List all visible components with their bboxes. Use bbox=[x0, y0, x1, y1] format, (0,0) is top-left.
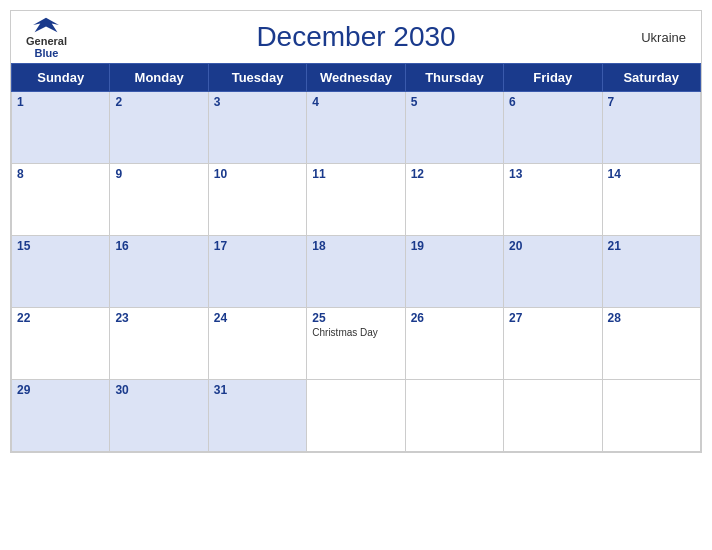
logo-blue: Blue bbox=[35, 47, 59, 59]
col-thursday: Thursday bbox=[405, 64, 503, 92]
calendar-day-cell bbox=[405, 380, 503, 452]
calendar-day-cell: 18 bbox=[307, 236, 405, 308]
day-number: 22 bbox=[17, 311, 104, 325]
day-number: 11 bbox=[312, 167, 399, 181]
day-number: 16 bbox=[115, 239, 202, 253]
day-number: 8 bbox=[17, 167, 104, 181]
calendar-week-row: 293031 bbox=[12, 380, 701, 452]
day-number: 26 bbox=[411, 311, 498, 325]
day-number: 20 bbox=[509, 239, 596, 253]
calendar-day-cell: 12 bbox=[405, 164, 503, 236]
calendar-week-row: 15161718192021 bbox=[12, 236, 701, 308]
calendar-day-cell bbox=[504, 380, 602, 452]
calendar-container: General Blue December 2030 Ukraine Sunda… bbox=[10, 10, 702, 453]
day-number: 2 bbox=[115, 95, 202, 109]
calendar-grid: Sunday Monday Tuesday Wednesday Thursday… bbox=[11, 63, 701, 452]
day-number: 3 bbox=[214, 95, 301, 109]
calendar-day-cell: 21 bbox=[602, 236, 700, 308]
calendar-body: 1234567891011121314151617181920212223242… bbox=[12, 92, 701, 452]
weekday-header-row: Sunday Monday Tuesday Wednesday Thursday… bbox=[12, 64, 701, 92]
calendar-week-row: 1234567 bbox=[12, 92, 701, 164]
calendar-day-cell: 1 bbox=[12, 92, 110, 164]
calendar-day-cell: 5 bbox=[405, 92, 503, 164]
calendar-day-cell: 27 bbox=[504, 308, 602, 380]
country-label: Ukraine bbox=[641, 30, 686, 45]
calendar-day-cell: 3 bbox=[208, 92, 306, 164]
calendar-day-cell: 16 bbox=[110, 236, 208, 308]
col-wednesday: Wednesday bbox=[307, 64, 405, 92]
calendar-day-cell: 26 bbox=[405, 308, 503, 380]
day-number: 21 bbox=[608, 239, 695, 253]
calendar-day-cell: 8 bbox=[12, 164, 110, 236]
day-number: 23 bbox=[115, 311, 202, 325]
day-number: 19 bbox=[411, 239, 498, 253]
calendar-day-cell: 19 bbox=[405, 236, 503, 308]
day-number: 28 bbox=[608, 311, 695, 325]
calendar-day-cell: 23 bbox=[110, 308, 208, 380]
calendar-week-row: 891011121314 bbox=[12, 164, 701, 236]
calendar-day-cell: 10 bbox=[208, 164, 306, 236]
calendar-day-cell: 7 bbox=[602, 92, 700, 164]
day-number: 1 bbox=[17, 95, 104, 109]
day-number: 10 bbox=[214, 167, 301, 181]
day-number: 18 bbox=[312, 239, 399, 253]
col-friday: Friday bbox=[504, 64, 602, 92]
calendar-day-cell: 20 bbox=[504, 236, 602, 308]
day-number: 13 bbox=[509, 167, 596, 181]
calendar-day-cell: 6 bbox=[504, 92, 602, 164]
calendar-header: General Blue December 2030 Ukraine bbox=[11, 11, 701, 63]
calendar-day-cell: 13 bbox=[504, 164, 602, 236]
day-number: 7 bbox=[608, 95, 695, 109]
calendar-day-cell: 30 bbox=[110, 380, 208, 452]
day-number: 9 bbox=[115, 167, 202, 181]
calendar-day-cell: 28 bbox=[602, 308, 700, 380]
calendar-day-cell: 14 bbox=[602, 164, 700, 236]
calendar-day-cell bbox=[602, 380, 700, 452]
calendar-day-cell: 29 bbox=[12, 380, 110, 452]
day-number: 24 bbox=[214, 311, 301, 325]
day-number: 5 bbox=[411, 95, 498, 109]
day-number: 17 bbox=[214, 239, 301, 253]
day-number: 31 bbox=[214, 383, 301, 397]
day-number: 4 bbox=[312, 95, 399, 109]
logo-icon bbox=[31, 15, 61, 35]
day-number: 6 bbox=[509, 95, 596, 109]
logo-area: General Blue bbox=[26, 15, 67, 59]
day-number: 25 bbox=[312, 311, 399, 325]
calendar-day-cell bbox=[307, 380, 405, 452]
event-label: Christmas Day bbox=[312, 327, 399, 338]
calendar-title: December 2030 bbox=[256, 21, 455, 53]
calendar-day-cell: 11 bbox=[307, 164, 405, 236]
col-sunday: Sunday bbox=[12, 64, 110, 92]
calendar-day-cell: 15 bbox=[12, 236, 110, 308]
calendar-week-row: 22232425Christmas Day262728 bbox=[12, 308, 701, 380]
calendar-day-cell: 22 bbox=[12, 308, 110, 380]
logo-general: General bbox=[26, 35, 67, 47]
calendar-day-cell: 25Christmas Day bbox=[307, 308, 405, 380]
day-number: 12 bbox=[411, 167, 498, 181]
calendar-day-cell: 2 bbox=[110, 92, 208, 164]
calendar-day-cell: 9 bbox=[110, 164, 208, 236]
calendar-day-cell: 17 bbox=[208, 236, 306, 308]
col-saturday: Saturday bbox=[602, 64, 700, 92]
col-monday: Monday bbox=[110, 64, 208, 92]
calendar-day-cell: 24 bbox=[208, 308, 306, 380]
svg-marker-0 bbox=[34, 18, 60, 32]
day-number: 30 bbox=[115, 383, 202, 397]
calendar-day-cell: 31 bbox=[208, 380, 306, 452]
day-number: 15 bbox=[17, 239, 104, 253]
day-number: 14 bbox=[608, 167, 695, 181]
col-tuesday: Tuesday bbox=[208, 64, 306, 92]
calendar-day-cell: 4 bbox=[307, 92, 405, 164]
day-number: 27 bbox=[509, 311, 596, 325]
day-number: 29 bbox=[17, 383, 104, 397]
